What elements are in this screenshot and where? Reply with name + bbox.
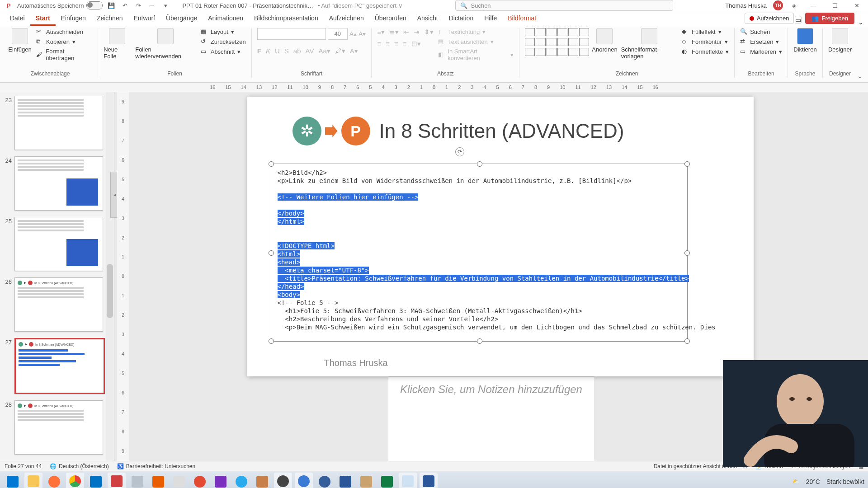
- resize-handle[interactable]: [477, 161, 482, 167]
- code-line[interactable]: <h2>Beschreibung des Verfahrens und sein…: [278, 315, 681, 323]
- taskbar-app-3[interactable]: [191, 473, 209, 488]
- strike-button[interactable]: S: [284, 47, 289, 55]
- shrink-font-icon[interactable]: A▾: [359, 30, 366, 38]
- quick-styles-button[interactable]: Schnellformat-vorlagen: [621, 28, 677, 60]
- smartart-button[interactable]: ◧In SmartArt konvertieren ▾: [438, 48, 514, 61]
- bullets-icon[interactable]: ≡▾: [377, 28, 385, 36]
- resize-handle[interactable]: [269, 338, 274, 344]
- code-line[interactable]: [278, 185, 681, 193]
- align-center-icon[interactable]: ≡: [386, 40, 390, 48]
- taskbar-notepad[interactable]: [399, 473, 417, 488]
- thumbnail-pane[interactable]: 23242526▶In 8 Schritten (ADVANCED)27▶In …: [0, 92, 114, 461]
- bold-button[interactable]: F: [257, 47, 261, 55]
- new-slide-button[interactable]: Neue Folie: [104, 28, 131, 60]
- code-line[interactable]: <meta charset="UTF-8">: [278, 266, 681, 274]
- slide[interactable]: ✲ P In 8 Schritten (ADVANCED) ⟳ <h2>Bild…: [247, 97, 754, 376]
- selected-textbox[interactable]: <h2>Bild</h2><p>Link zu einem Bild von W…: [271, 164, 688, 342]
- slide-counter[interactable]: Folie 27 von 44: [5, 463, 42, 469]
- shape-fill-button[interactable]: ◆Fülleffekt ▾: [682, 28, 729, 35]
- taskbar-app-9[interactable]: [357, 473, 375, 488]
- italic-button[interactable]: K: [266, 47, 270, 55]
- layout-button[interactable]: ▦Layout ▾: [201, 28, 246, 35]
- taskbar-outlook[interactable]: [87, 473, 105, 488]
- tab-einfügen[interactable]: Einfügen: [56, 12, 91, 26]
- record-button[interactable]: Aufzeichnen: [745, 13, 794, 24]
- font-color-button[interactable]: A▾: [350, 47, 358, 55]
- ribbon-collapse-icon[interactable]: ⌄: [858, 19, 863, 26]
- search-input[interactable]: 🔍 Suchen: [455, 0, 673, 11]
- shape-outline-button[interactable]: ◇Formkontur ▾: [682, 38, 729, 45]
- cut-button[interactable]: ✂Ausschneiden: [36, 28, 92, 35]
- code-line[interactable]: </html>: [278, 217, 681, 225]
- code-line[interactable]: [278, 225, 681, 234]
- maximize-icon[interactable]: ☐: [827, 1, 843, 10]
- designer-button[interactable]: Designer: [828, 28, 852, 53]
- columns-icon[interactable]: ⊟▾: [411, 40, 421, 48]
- language-button[interactable]: 🌐Deutsch (Österreich): [50, 463, 109, 469]
- taskbar-vlc[interactable]: [149, 473, 167, 488]
- copy-button[interactable]: ⧉Kopieren ▾: [36, 38, 92, 45]
- taskbar-excel[interactable]: [378, 473, 396, 488]
- font-family-select[interactable]: [257, 28, 326, 40]
- code-line[interactable]: <!-- Folie 5 -->: [278, 299, 681, 307]
- taskbar-app-1[interactable]: [128, 473, 146, 488]
- code-line[interactable]: <h2>Bild</h2>: [278, 169, 681, 177]
- align-text-button[interactable]: ▤Text ausrichten ▾: [438, 38, 514, 45]
- tab-bildformat[interactable]: Bildformat: [502, 12, 542, 26]
- scrollbar-handle[interactable]: [107, 264, 113, 318]
- thumbnail-row[interactable]: 26▶In 8 Schritten (ADVANCED): [2, 277, 112, 332]
- thumbnail-slide[interactable]: [14, 156, 103, 211]
- paste-button[interactable]: Einfügen: [8, 28, 32, 53]
- underline-button[interactable]: U: [275, 47, 280, 55]
- thumbnail-scrollbar[interactable]: [106, 92, 114, 461]
- align-right-icon[interactable]: ≡: [394, 40, 398, 48]
- taskbar-app-7[interactable]: [316, 473, 334, 488]
- taskbar-explorer[interactable]: [24, 473, 42, 488]
- tab-bildschirmpräsentation[interactable]: Bildschirmpräsentation: [249, 12, 324, 26]
- taskbar-powerpoint[interactable]: [108, 473, 126, 488]
- thumbnail-slide[interactable]: [14, 217, 103, 271]
- tab-übergänge[interactable]: Übergänge: [160, 12, 203, 26]
- tab-ansicht[interactable]: Ansicht: [412, 12, 443, 26]
- thumbnail-row[interactable]: 25: [2, 217, 112, 271]
- taskbar-app-4[interactable]: [253, 473, 271, 488]
- start-button[interactable]: [4, 473, 22, 488]
- align-left-icon[interactable]: ≡: [377, 40, 381, 48]
- document-title[interactable]: PPT 01 Roter Faden 007 - Präsentationste…: [182, 2, 402, 9]
- close-icon[interactable]: ✕: [849, 1, 864, 10]
- present-icon[interactable]: ▭: [147, 0, 157, 10]
- section-button[interactable]: ▭Abschnitt ▾: [201, 48, 246, 55]
- code-line[interactable]: [278, 201, 681, 209]
- redo-icon[interactable]: ↷: [133, 0, 143, 10]
- thumbnail-row[interactable]: 28▶In 8 Schritten (ADVANCED): [2, 400, 112, 455]
- line-spacing-icon[interactable]: ⇕▾: [424, 28, 434, 36]
- code-line[interactable]: </head>: [278, 282, 681, 291]
- autosave-toggle[interactable]: Automatisches Speichern: [17, 1, 103, 9]
- resize-handle[interactable]: [477, 338, 482, 344]
- code-line[interactable]: <html>: [278, 250, 681, 258]
- rotate-handle-icon[interactable]: ⟳: [455, 147, 464, 156]
- qat-more-icon[interactable]: ▾: [160, 0, 170, 10]
- case-button[interactable]: Aa▾: [318, 47, 330, 55]
- accessibility-button[interactable]: ♿Barrierefreiheit: Untersuchen: [117, 463, 195, 469]
- thumbnail-row[interactable]: 23: [2, 96, 112, 150]
- highlight-button[interactable]: 🖍▾: [335, 47, 345, 55]
- indent-icon[interactable]: ⇥: [414, 28, 420, 36]
- replace-button[interactable]: ⇄Ersetzen ▾: [740, 38, 782, 45]
- thumbnail-slide[interactable]: ▶In 8 Schritten (ADVANCED): [14, 338, 105, 394]
- outdent-icon[interactable]: ⇤: [403, 28, 409, 36]
- spacing-button[interactable]: AV: [306, 47, 314, 55]
- tab-dictation[interactable]: Dictation: [443, 12, 479, 26]
- tab-überprüfen[interactable]: Überprüfen: [369, 12, 412, 26]
- code-line[interactable]: <body>: [278, 291, 681, 299]
- tab-entwurf[interactable]: Entwurf: [128, 12, 160, 26]
- dictate-button[interactable]: Diktieren: [793, 28, 817, 53]
- reset-button[interactable]: ↺Zurücksetzen: [201, 38, 246, 45]
- taskbar-tray[interactable]: ⛅ 20°C Stark bewölkt: [792, 478, 864, 485]
- taskbar-onenote[interactable]: [212, 473, 230, 488]
- arrange-button[interactable]: Anordnen: [593, 28, 616, 53]
- diamond-icon[interactable]: ◈: [789, 0, 799, 10]
- thumbnail-row[interactable]: 24: [2, 156, 112, 211]
- code-line[interactable]: [278, 234, 681, 242]
- share-button[interactable]: 👥Freigeben: [805, 13, 854, 24]
